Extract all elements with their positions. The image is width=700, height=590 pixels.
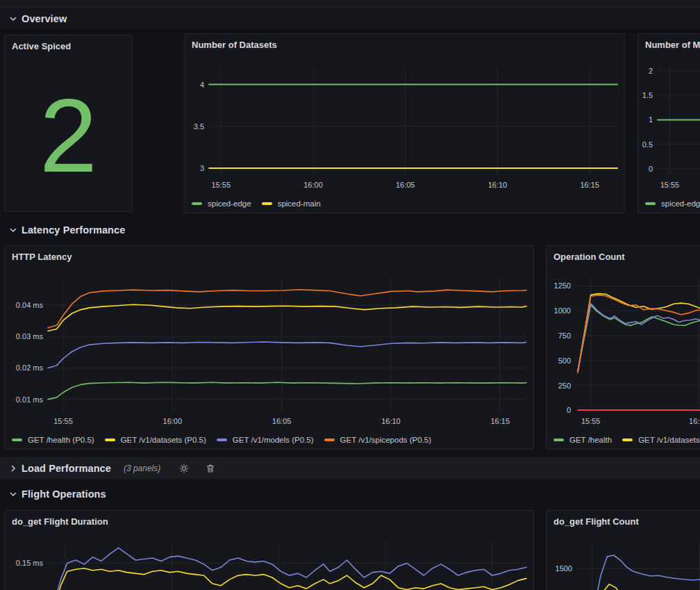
section-header-latency-performance[interactable]: Latency Performance — [0, 220, 700, 240]
legend: GET /healthGET /v1/datasetsGET /v1/model… — [553, 436, 700, 444]
panel-number-of-models: Number of Models 00.511.5215:5516:0016:0… — [638, 33, 700, 213]
svg-text:2: 2 — [649, 67, 653, 75]
panel-title[interactable]: Active Spiced — [12, 41, 71, 51]
panel-http-latency: HTTP Latency 0.01 ms0.02 ms0.03 ms0.04 m… — [4, 245, 534, 450]
panel-operation-count: Operation Count 02505007501000125015:551… — [546, 245, 700, 450]
panel-do-get-flight-count: do_get Flight Count 150015:5516:0016:051… — [546, 510, 700, 590]
section-title: Load Performance — [22, 463, 111, 474]
svg-text:500: 500 — [558, 357, 571, 365]
chevron-down-icon — [8, 489, 18, 499]
legend-label: spiced-edge — [208, 199, 251, 208]
legend-item[interactable]: spiced-edge — [645, 199, 700, 208]
section-title: Flight Operations — [22, 489, 106, 500]
svg-text:0.01 ms: 0.01 ms — [16, 395, 44, 404]
legend-swatch — [12, 439, 22, 441]
chart-canvas[interactable]: 150015:5516:0016:0516:1016:15 — [547, 511, 700, 590]
svg-text:0.03 ms: 0.03 ms — [16, 332, 44, 341]
legend-swatch — [192, 202, 202, 205]
svg-text:16:10: 16:10 — [488, 181, 508, 189]
chart-canvas[interactable]: 0.15 ms15:5516:0016:0516:1016:15 — [5, 511, 533, 590]
panel-count: (3 panels) — [124, 464, 160, 473]
chart-canvas[interactable]: 02505007501000125015:5516:0016:0516:1016… — [547, 246, 700, 449]
toolbar-edge — [0, 0, 700, 8]
svg-text:16:15: 16:15 — [580, 181, 599, 189]
panel-active-spiced: Active Spiced 2 — [4, 35, 133, 212]
chart-canvas[interactable]: 0.01 ms0.02 ms0.03 ms0.04 ms15:5516:0016… — [5, 246, 533, 449]
svg-text:15:55: 15:55 — [660, 181, 680, 189]
legend-label: spiced-main — [278, 199, 321, 208]
chevron-right-icon — [8, 464, 18, 473]
legend-label: GET /v1/spicepods (P0.5) — [340, 436, 431, 444]
svg-text:0.15 ms: 0.15 ms — [16, 559, 44, 567]
section-title: Latency Performance — [22, 224, 125, 236]
section-title: Overview — [22, 13, 67, 24]
legend: spiced-edge — [645, 199, 700, 208]
legend-label: spiced-edge — [661, 199, 700, 208]
svg-text:1000: 1000 — [554, 306, 571, 315]
legend-swatch — [105, 439, 115, 441]
chevron-down-icon — [8, 14, 18, 24]
svg-text:1: 1 — [649, 115, 653, 124]
section-delete-button[interactable] — [205, 463, 216, 474]
chart-canvas[interactable]: 33.5415:5516:0016:0516:1016:15 — [185, 34, 624, 213]
svg-text:16:10: 16:10 — [381, 417, 401, 425]
svg-text:15:55: 15:55 — [581, 417, 601, 425]
legend-label: GET /health (P0.5) — [28, 436, 94, 444]
grafana-dashboard: { "ui": { "sections": [ {"label": "Overv… — [0, 0, 700, 590]
svg-text:16:05: 16:05 — [396, 181, 415, 189]
svg-text:15:55: 15:55 — [211, 181, 231, 189]
svg-text:4: 4 — [200, 81, 204, 89]
svg-text:0.04 ms: 0.04 ms — [16, 301, 44, 309]
trash-icon — [206, 464, 215, 473]
legend-item[interactable]: GET /health — [553, 436, 612, 444]
svg-text:1.5: 1.5 — [642, 91, 653, 99]
section-header-overview[interactable]: Overview — [0, 8, 700, 29]
svg-text:0: 0 — [567, 406, 571, 414]
legend-swatch — [324, 439, 335, 441]
chevron-down-icon — [8, 225, 18, 235]
legend-label: GET /v1/models (P0.5) — [233, 436, 314, 444]
legend-label: GET /health — [569, 436, 612, 444]
legend-item[interactable]: spiced-main — [262, 199, 321, 208]
svg-text:16:00: 16:00 — [303, 181, 323, 189]
svg-text:3.5: 3.5 — [194, 122, 204, 131]
legend-item[interactable]: GET /v1/datasets (P0.5) — [105, 436, 206, 444]
svg-text:3: 3 — [200, 164, 204, 172]
stat-value: 2 — [5, 59, 132, 211]
svg-text:750: 750 — [558, 331, 571, 340]
svg-text:16:00: 16:00 — [689, 417, 700, 425]
legend: spiced-edgespiced-main — [192, 199, 321, 208]
legend-swatch — [553, 439, 564, 441]
legend-swatch — [622, 439, 633, 441]
legend-swatch — [262, 202, 272, 205]
legend-swatch — [645, 202, 656, 205]
svg-text:0.02 ms: 0.02 ms — [16, 363, 44, 372]
legend: GET /health (P0.5)GET /v1/datasets (P0.5… — [12, 436, 431, 444]
legend-item[interactable]: GET /v1/datasets — [622, 436, 700, 444]
legend-label: GET /v1/datasets (P0.5) — [121, 436, 206, 444]
svg-text:16:15: 16:15 — [490, 417, 510, 425]
legend-swatch — [217, 439, 227, 441]
svg-text:0.5: 0.5 — [642, 140, 653, 149]
panel-do-get-flight-duration: do_get Flight Duration 0.15 ms15:5516:00… — [4, 510, 534, 590]
panel-number-of-datasets: Number of Datasets 33.5415:5516:0016:051… — [184, 33, 625, 213]
chart-canvas[interactable]: 00.511.5215:5516:0016:0516:1016:15 — [638, 34, 700, 213]
legend-item[interactable]: GET /v1/models (P0.5) — [217, 436, 314, 444]
legend-item[interactable]: GET /v1/spicepods (P0.5) — [324, 436, 431, 444]
svg-text:0: 0 — [649, 165, 653, 173]
legend-label: GET /v1/datasets — [638, 436, 700, 444]
svg-text:1250: 1250 — [554, 281, 571, 290]
gear-icon — [179, 464, 189, 473]
section-settings-button[interactable] — [178, 463, 190, 474]
section-header-load-performance[interactable]: Load Performance (3 panels) — [0, 457, 700, 479]
svg-text:16:05: 16:05 — [272, 417, 292, 425]
legend-item[interactable]: spiced-edge — [192, 199, 251, 208]
legend-item[interactable]: GET /health (P0.5) — [12, 436, 94, 444]
svg-text:16:00: 16:00 — [163, 417, 183, 425]
svg-text:15:55: 15:55 — [53, 417, 73, 425]
section-header-flight-operations[interactable]: Flight Operations — [0, 484, 700, 505]
svg-text:250: 250 — [558, 382, 571, 390]
svg-text:1500: 1500 — [556, 564, 572, 573]
